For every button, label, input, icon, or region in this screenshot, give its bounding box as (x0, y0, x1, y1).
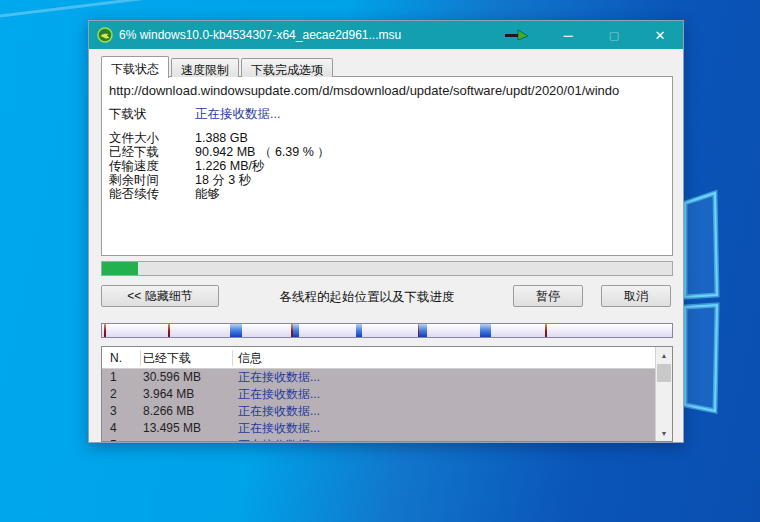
cell-thread-number: 1 (102, 369, 141, 386)
scroll-down-icon[interactable]: ▼ (656, 425, 672, 441)
window-title: 6% windows10.0-kb4534307-x64_aecae2d961.… (119, 28, 401, 42)
table-row[interactable]: 38.266 MB正在接收数据... (102, 403, 655, 420)
cell-thread-number: 3 (102, 403, 141, 420)
scroll-up-icon[interactable]: ▲ (656, 347, 672, 363)
download-arrow-icon (504, 28, 530, 42)
maximize-button[interactable]: ▢ (591, 21, 637, 49)
tab-0[interactable]: 下载状态 (101, 56, 169, 78)
close-button[interactable]: ✕ (637, 21, 683, 49)
table-row[interactable]: 130.596 MB正在接收数据... (102, 369, 655, 386)
status-field-row: 传输速度1.226 MB/秒 (109, 159, 330, 173)
idm-app-icon (97, 27, 113, 43)
status-field-row: 已经下载90.942 MB （ 6.39 % ） (109, 145, 330, 159)
field-value: 能够 (195, 187, 220, 201)
status-field-row: 能否续传能够 (109, 187, 330, 201)
thread-start-mark (168, 324, 170, 337)
cell-thread-number: 2 (102, 386, 141, 403)
cell-thread-number: 5 (102, 437, 141, 441)
scrollbar-thumb[interactable] (657, 364, 671, 382)
threads-table-header: N.已经下载信息 (102, 347, 672, 369)
thread-downloaded-chunk (293, 324, 299, 337)
cell-downloaded (141, 437, 233, 441)
cell-downloaded: 8.266 MB (141, 403, 233, 420)
status-panel: http://download.windowsupdate.com/d/msdo… (101, 76, 673, 256)
cell-info: 正在接收数据... (233, 386, 655, 403)
cell-downloaded: 3.964 MB (141, 386, 233, 403)
thread-downloaded-chunk (230, 324, 242, 337)
cell-downloaded: 30.596 MB (141, 369, 233, 386)
status-field-row: 文件大小1.388 GB (109, 131, 330, 145)
table-row[interactable]: 413.495 MB正在接收数据... (102, 420, 655, 437)
field-value: 1.388 GB (195, 131, 248, 145)
thread-downloaded-chunk (419, 324, 428, 337)
header-col-info: 信息 (233, 350, 672, 366)
status-field-row: 下载状正在接收数据... (109, 107, 330, 121)
table-row[interactable]: 5正在接收数据... (102, 437, 655, 441)
thread-progress-bar (101, 323, 673, 338)
cell-downloaded: 13.495 MB (141, 420, 233, 437)
pause-button[interactable]: 暂停 (513, 285, 583, 307)
cell-info: 正在接收数据... (233, 437, 655, 441)
tab-2[interactable]: 下载完成选项 (241, 58, 333, 77)
cell-info: 正在接收数据... (233, 369, 655, 386)
field-value: 正在接收数据... (195, 107, 280, 121)
vertical-scrollbar[interactable]: ▲ ▼ (655, 347, 672, 441)
desktop-wallpaper: 6% windows10.0-kb4534307-x64_aecae2d961.… (0, 0, 760, 522)
download-url: http://download.windowsupdate.com/d/msdo… (109, 83, 667, 98)
wallpaper-light-beam (0, 0, 160, 20)
threads-table: N.已经下载信息 130.596 MB正在接收数据...23.964 MB正在接… (101, 346, 673, 442)
cell-info: 正在接收数据... (233, 403, 655, 420)
titlebar[interactable]: 6% windows10.0-kb4534307-x64_aecae2d961.… (89, 21, 683, 49)
cancel-button[interactable]: 取消 (601, 285, 671, 307)
idm-download-window: 6% windows10.0-kb4534307-x64_aecae2d961.… (88, 20, 684, 443)
thread-downloaded-chunk (480, 324, 491, 337)
field-label: 传输速度 (109, 159, 195, 173)
field-label: 下载状 (109, 107, 195, 121)
progress-bar (101, 261, 673, 276)
field-label: 文件大小 (109, 131, 195, 145)
field-label: 剩余时间 (109, 173, 195, 187)
status-field-row: 剩余时间18 分 3 秒 (109, 173, 330, 187)
thread-start-mark (104, 324, 106, 337)
threads-caption: 各线程的起始位置以及下载进度 (229, 289, 505, 306)
threads-table-body: 130.596 MB正在接收数据...23.964 MB正在接收数据...38.… (102, 369, 655, 441)
tab-1[interactable]: 速度限制 (171, 58, 239, 77)
cell-info: 正在接收数据... (233, 420, 655, 437)
window-controls: ─ ▢ ✕ (545, 21, 683, 49)
cell-thread-number: 4 (102, 420, 141, 437)
hide-details-button[interactable]: << 隐藏细节 (101, 285, 219, 307)
thread-downloaded-chunk (356, 324, 362, 337)
table-row[interactable]: 23.964 MB正在接收数据... (102, 386, 655, 403)
field-value: 90.942 MB （ 6.39 % ） (195, 145, 330, 159)
status-fields: 下载状正在接收数据...文件大小1.388 GB已经下载90.942 MB （ … (109, 107, 330, 201)
progress-bar-fill (102, 262, 138, 275)
thread-start-mark (545, 324, 547, 337)
tab-strip: 下载状态速度限制下载完成选项 (101, 56, 335, 77)
minimize-button[interactable]: ─ (545, 21, 591, 49)
field-label: 能否续传 (109, 187, 195, 201)
header-col-dl: 已经下载 (141, 350, 233, 366)
field-label: 已经下载 (109, 145, 195, 159)
field-value: 18 分 3 秒 (195, 173, 251, 187)
header-col-n: N. (102, 350, 141, 366)
field-value: 1.226 MB/秒 (195, 159, 264, 173)
